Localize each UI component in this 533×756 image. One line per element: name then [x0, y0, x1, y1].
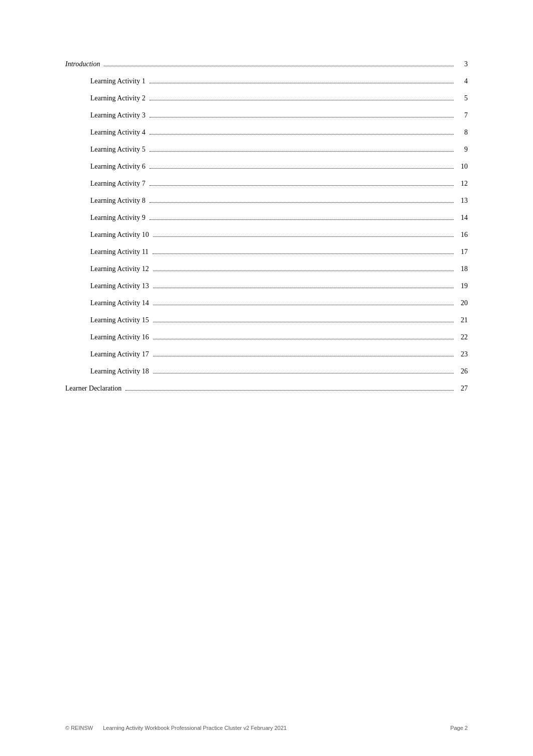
toc-entry-label: Learning Activity 5: [65, 146, 146, 154]
toc-row: Learner Declaration27: [65, 385, 468, 402]
toc-page-number: 16: [458, 231, 468, 239]
toc-entry-label: Learning Activity 6: [65, 163, 146, 171]
toc-dots: [150, 134, 454, 135]
toc-page-number: 21: [458, 316, 468, 324]
toc-page-number: 27: [458, 385, 468, 393]
toc-row: Learning Activity 1117: [65, 248, 468, 265]
toc-dots: [150, 83, 454, 83]
table-of-contents: Introduction3Learning Activity 14Learnin…: [65, 60, 468, 402]
toc-dots: [150, 219, 454, 220]
toc-dots: [153, 254, 454, 254]
toc-entry-label: Learning Activity 16: [65, 333, 149, 341]
toc-page-number: 13: [458, 197, 468, 205]
page: Introduction3Learning Activity 14Learnin…: [0, 0, 533, 756]
toc-row: Learning Activity 813: [65, 197, 468, 214]
toc-page-number: 4: [458, 77, 468, 85]
toc-page-number: 17: [458, 248, 468, 256]
toc-entry-label: Learning Activity 9: [65, 214, 146, 222]
toc-entry-label: Learning Activity 3: [65, 111, 146, 119]
toc-row: Learning Activity 14: [65, 77, 468, 94]
toc-page-number: 10: [458, 163, 468, 171]
toc-dots: [153, 356, 454, 356]
toc-entry-label: Learning Activity 14: [65, 299, 149, 307]
toc-entry-label: Learning Activity 8: [65, 197, 146, 205]
toc-dots: [150, 168, 454, 169]
toc-dots: [125, 390, 454, 391]
toc-entry-label: Learning Activity 18: [65, 367, 149, 375]
toc-entry-label: Learning Activity 4: [65, 129, 146, 137]
footer-page: Page 2: [450, 725, 468, 731]
toc-row: Learning Activity 48: [65, 129, 468, 146]
toc-dots: [153, 236, 454, 237]
toc-entry-label: Learner Declaration: [65, 385, 121, 393]
toc-entry-label: Learning Activity 12: [65, 265, 149, 273]
toc-entry-label: Learning Activity 7: [65, 180, 146, 188]
toc-dots: [153, 271, 454, 271]
toc-page-number: 12: [458, 180, 468, 188]
toc-row: Learning Activity 37: [65, 111, 468, 129]
toc-page-number: 14: [458, 214, 468, 222]
toc-row: Introduction3: [65, 60, 468, 77]
toc-page-number: 22: [458, 333, 468, 341]
toc-dots: [153, 288, 454, 288]
toc-page-number: 5: [458, 94, 468, 102]
toc-dots: [150, 117, 454, 117]
toc-row: Learning Activity 1622: [65, 333, 468, 350]
toc-row: Learning Activity 1218: [65, 265, 468, 282]
toc-dots: [153, 339, 454, 339]
toc-dots: [153, 305, 454, 305]
toc-dots: [150, 185, 454, 186]
toc-row: Learning Activity 914: [65, 214, 468, 231]
toc-row: Learning Activity 1420: [65, 299, 468, 316]
toc-page-number: 8: [458, 129, 468, 137]
toc-row: Learning Activity 1521: [65, 316, 468, 333]
toc-row: Learning Activity 1319: [65, 282, 468, 299]
toc-row: Learning Activity 1723: [65, 350, 468, 367]
toc-dots: [150, 202, 454, 203]
toc-entry-label: Learning Activity 15: [65, 316, 149, 324]
toc-page-number: 7: [458, 111, 468, 119]
toc-row: Learning Activity 712: [65, 180, 468, 197]
toc-row: Learning Activity 59: [65, 146, 468, 163]
footer-title: Learning Activity Workbook Professional …: [103, 725, 287, 731]
toc-dots: [150, 100, 454, 100]
footer: © REINSW Learning Activity Workbook Prof…: [0, 725, 533, 731]
toc-row: Learning Activity 1826: [65, 367, 468, 385]
footer-copyright: © REINSW: [65, 725, 93, 731]
toc-entry-label: Learning Activity 1: [65, 77, 146, 85]
toc-page-number: 23: [458, 350, 468, 358]
toc-row: Learning Activity 1016: [65, 231, 468, 248]
toc-page-number: 18: [458, 265, 468, 273]
toc-page-number: 9: [458, 146, 468, 154]
toc-entry-label: Learning Activity 13: [65, 282, 149, 290]
toc-dots: [153, 322, 454, 322]
toc-page-number: 3: [458, 60, 468, 68]
toc-entry-label: Learning Activity 2: [65, 94, 146, 102]
toc-row: Learning Activity 25: [65, 94, 468, 111]
toc-entry-label: Introduction: [65, 60, 100, 68]
toc-page-number: 26: [458, 367, 468, 375]
toc-entry-label: Learning Activity 11: [65, 248, 149, 256]
toc-dots: [150, 151, 454, 152]
toc-dots: [104, 66, 454, 66]
toc-page-number: 20: [458, 299, 468, 307]
toc-dots: [153, 373, 454, 373]
toc-entry-label: Learning Activity 17: [65, 350, 149, 358]
toc-row: Learning Activity 610: [65, 163, 468, 180]
footer-left: © REINSW Learning Activity Workbook Prof…: [65, 725, 287, 731]
toc-entry-label: Learning Activity 10: [65, 231, 149, 239]
toc-page-number: 19: [458, 282, 468, 290]
